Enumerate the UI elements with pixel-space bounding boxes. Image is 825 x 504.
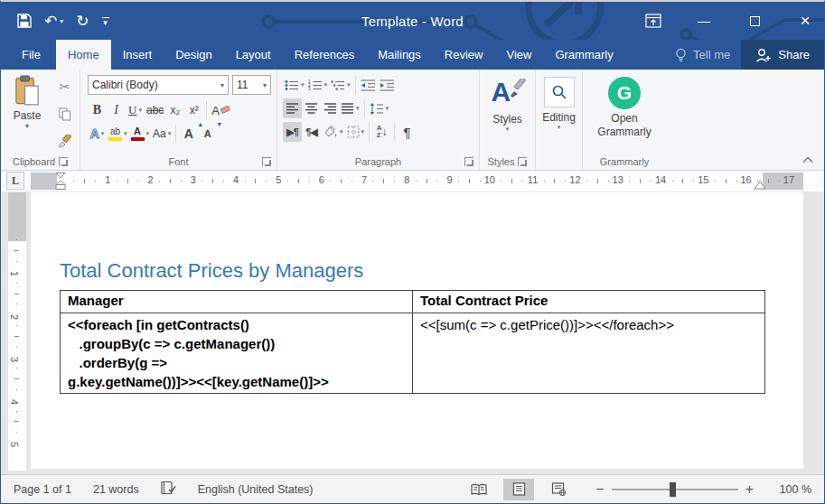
decrease-indent-button[interactable] (359, 75, 378, 95)
text-effects-button[interactable]: A ▾ (88, 124, 107, 144)
font-color-caret[interactable]: ▾ (146, 130, 150, 137)
tab-design[interactable]: Design (164, 40, 223, 70)
styles-caret[interactable]: ▾ (506, 126, 510, 133)
cell-price[interactable]: <<[sum(c => c.getPrice())]>><</foreach>> (413, 313, 765, 394)
font-name-combobox[interactable]: Calibri (Body) ▾ (88, 75, 229, 95)
zoom-slider-handle[interactable] (670, 482, 676, 497)
open-grammarly-label[interactable]: Open Grammarly (588, 112, 661, 139)
tab-insert[interactable]: Insert (111, 40, 164, 70)
web-layout-button[interactable] (543, 479, 574, 500)
subscript-button[interactable]: x₂ (165, 100, 184, 120)
share-button[interactable]: Share (741, 40, 824, 70)
maximize-button[interactable] (745, 11, 764, 31)
table-header-price[interactable]: Total Contract Price (413, 291, 765, 313)
line-spacing-caret[interactable]: ▾ (386, 105, 389, 112)
tab-file[interactable]: File (6, 40, 56, 70)
minimize-button[interactable]: — (694, 11, 714, 31)
font-size-combobox[interactable]: 11 ▾ (232, 75, 271, 95)
change-case-caret[interactable]: ▾ (168, 130, 172, 137)
zoom-in-button[interactable]: + (745, 481, 754, 498)
grow-font-button[interactable]: A ▲ (179, 124, 198, 144)
tab-references[interactable]: References (283, 40, 366, 70)
increase-indent-button[interactable] (378, 75, 397, 95)
close-button[interactable]: × (795, 11, 815, 31)
indent-markers[interactable] (52, 173, 69, 190)
highlight-caret[interactable]: ▾ (124, 130, 127, 137)
text-effects-caret[interactable]: ▾ (101, 130, 105, 137)
bullets-caret[interactable]: ▾ (301, 81, 305, 89)
left-to-right-button[interactable]: ▶¶ (283, 122, 302, 142)
highlight-button[interactable]: ab ▾ (107, 124, 129, 144)
align-left-button[interactable] (283, 98, 302, 118)
borders-button[interactable]: ▾ (345, 122, 367, 142)
cut-button[interactable]: ✂ (55, 77, 74, 97)
zoom-slider-track[interactable] (612, 489, 738, 490)
proofing-status[interactable] (161, 481, 176, 498)
justify-caret[interactable]: ▾ (356, 105, 360, 112)
change-case-button[interactable]: Aa ▾ (151, 124, 173, 144)
styles-dialog-launcher[interactable] (518, 157, 527, 166)
table-header-manager[interactable]: Manager (61, 291, 413, 313)
language-indicator[interactable]: English (United States) (198, 483, 314, 496)
strikethrough-button[interactable]: abc (145, 100, 165, 120)
bold-button[interactable]: B (88, 100, 107, 120)
tell-me-label: Tell me (693, 48, 730, 61)
sort-button[interactable]: A Z ↓ (372, 122, 391, 142)
ribbon-display-options-button[interactable] (643, 11, 663, 31)
font-dialog-launcher[interactable] (262, 157, 271, 166)
zoom-out-button[interactable]: − (595, 481, 604, 498)
open-grammarly-button[interactable]: G (608, 77, 641, 109)
tab-home[interactable]: Home (56, 40, 111, 70)
format-painter-button[interactable] (55, 131, 74, 151)
vertical-ruler[interactable]: 12345 (8, 192, 26, 471)
clear-formatting-button[interactable]: A (210, 100, 232, 120)
numbering-button[interactable]: 1 2 3 ▾ (306, 75, 330, 95)
styles-button[interactable]: A (492, 77, 524, 109)
tell-me-box[interactable]: Tell me (664, 40, 741, 70)
editing-button[interactable] (544, 77, 575, 107)
font-color-button[interactable]: A ▾ (129, 124, 152, 144)
read-mode-icon (471, 483, 487, 496)
tab-view[interactable]: View (494, 40, 543, 70)
document-page[interactable]: Total Contract Prices by Managers Manage… (31, 192, 803, 469)
copy-button[interactable] (55, 104, 74, 124)
align-right-button[interactable] (321, 98, 340, 118)
zoom-level[interactable]: 100 % (772, 483, 811, 496)
show-hide-marks-button[interactable]: ¶ (398, 122, 417, 142)
paste-dropdown-caret[interactable]: ▾ (25, 122, 29, 130)
cell-manager[interactable]: <<foreach [in getContracts() .groupBy(c … (61, 313, 413, 394)
tab-grammarly[interactable]: Grammarly (543, 40, 624, 70)
italic-button[interactable]: I (107, 100, 126, 120)
borders-caret[interactable]: ▾ (361, 128, 365, 135)
editing-caret[interactable]: ▾ (558, 124, 561, 131)
tab-layout[interactable]: Layout (224, 40, 283, 70)
word-count[interactable]: 21 words (93, 483, 139, 496)
multilevel-caret[interactable]: ▾ (347, 81, 351, 89)
tab-stop-selector[interactable]: L (6, 172, 24, 190)
shrink-font-button[interactable]: A ▼ (198, 124, 217, 144)
right-indent-marker[interactable] (752, 181, 768, 190)
align-center-button[interactable] (302, 98, 321, 118)
tab-mailings[interactable]: Mailings (366, 40, 433, 70)
justify-button[interactable]: ▾ (340, 98, 361, 118)
page-indicator[interactable]: Page 1 of 1 (14, 483, 71, 496)
shading-button[interactable]: ▾ (321, 122, 345, 142)
bullets-button[interactable]: ▾ (283, 75, 306, 95)
paragraph-dialog-launcher[interactable] (464, 157, 473, 166)
clipboard-dialog-launcher[interactable] (59, 157, 68, 166)
horizontal-ruler[interactable]: 1234567891011121314151617 (31, 173, 803, 190)
print-layout-button[interactable] (503, 479, 534, 500)
paragraph-separator-1 (355, 76, 356, 94)
collapse-ribbon-button[interactable] (802, 154, 813, 166)
underline-caret[interactable]: ▾ (138, 107, 142, 114)
read-mode-button[interactable] (464, 479, 494, 500)
paste-button[interactable]: Paste ▾ (6, 75, 48, 147)
line-spacing-button[interactable]: ▾ (368, 98, 391, 118)
right-to-left-button[interactable]: ¶◀ (302, 122, 321, 142)
underline-button[interactable]: U ▾ (126, 100, 145, 120)
superscript-button[interactable]: x² (184, 100, 203, 120)
shading-caret[interactable]: ▾ (340, 128, 343, 135)
numbering-caret[interactable]: ▾ (324, 81, 328, 89)
tab-review[interactable]: Review (433, 40, 495, 70)
multilevel-list-button[interactable]: ▾ (329, 75, 352, 95)
